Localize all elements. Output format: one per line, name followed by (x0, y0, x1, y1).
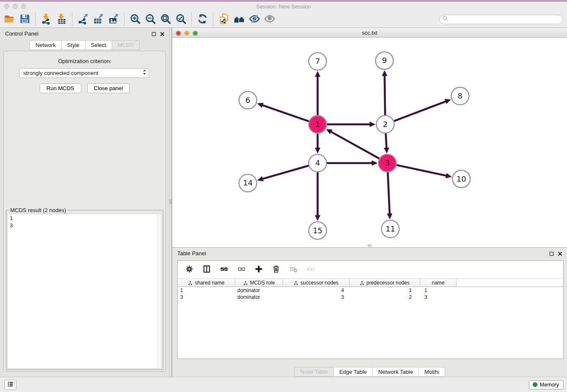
table-row[interactable]: 3dominator323 (178, 294, 563, 301)
network-graph[interactable]: 1234678910111415 (172, 38, 567, 247)
tab-mcds[interactable]: MCDS (112, 40, 140, 50)
edge-arrow-4-14 (257, 176, 264, 181)
tab-style[interactable]: Style (62, 40, 85, 50)
toolbar-groups (2, 12, 277, 27)
import-network-icon (41, 13, 52, 26)
export-network-button[interactable] (75, 12, 91, 27)
tab-network[interactable]: Network (30, 40, 62, 50)
cell-MCDS-role[interactable]: dominator (235, 287, 283, 293)
splitter-handle[interactable] (170, 199, 171, 204)
home-button[interactable] (231, 12, 247, 27)
gear-button[interactable] (184, 265, 194, 274)
task-list-icon (7, 381, 14, 389)
sitemap-icon (294, 281, 298, 285)
control-panel-header: Control Panel (0, 28, 169, 39)
column-header-name[interactable]: name (420, 279, 457, 287)
edge-3-11[interactable] (388, 172, 390, 215)
criterion-select[interactable]: strongly connected component (19, 68, 149, 78)
svg-text:f(x): f(x) (306, 266, 314, 271)
cell-successor-nodes[interactable]: 4 (283, 287, 350, 293)
close-panel-button[interactable]: Close panel (87, 83, 130, 93)
zoom-selected-icon (175, 13, 187, 26)
cell-shared-name[interactable]: 1 (178, 287, 235, 293)
copy-network-button[interactable] (216, 12, 231, 27)
search-box[interactable] (439, 15, 563, 24)
table-tab-node-table[interactable]: Node Table (294, 367, 334, 377)
window-title: Session: New Session (0, 3, 567, 10)
column-header-shared-name[interactable]: shared name (178, 279, 235, 287)
zoom-fit-button[interactable] (158, 12, 173, 27)
sitemap-icon (188, 281, 193, 285)
tab-select[interactable]: Select (85, 40, 112, 50)
edge-arrow-2-3 (384, 148, 389, 154)
control-panel-close-button[interactable] (160, 31, 165, 36)
edge-arrow-4-15 (315, 215, 320, 221)
show-all-button[interactable] (262, 12, 277, 27)
column-header-predecessor-nodes[interactable]: predecessor nodes (350, 279, 420, 287)
open-folder-button[interactable] (2, 12, 17, 27)
open-folder-icon (4, 13, 15, 26)
hide-selection-icon (249, 13, 260, 26)
run-mcds-button[interactable]: Run MCDS (40, 83, 81, 93)
toolbar-separator (124, 13, 124, 26)
cell-shared-name[interactable]: 3 (178, 294, 235, 300)
control-panel-title: Control Panel (5, 30, 39, 37)
table-tab-network-table[interactable]: Network Table (373, 367, 419, 377)
table-row[interactable]: 1dominator411 (178, 287, 563, 294)
edge-3-10[interactable] (396, 165, 447, 176)
task-history-button[interactable] (4, 380, 17, 390)
edge-arrow-2-9 (382, 70, 387, 76)
edge-4-14[interactable] (261, 166, 309, 179)
edge-3-1[interactable] (330, 131, 380, 159)
deselect-all-button[interactable] (237, 265, 246, 274)
column-header-MCDS-role[interactable]: MCDS role (235, 279, 283, 287)
cell-predecessor-nodes[interactable]: 2 (350, 294, 420, 300)
table-tabs: Node TableEdge TableNetwork TableMotifs (294, 367, 445, 377)
hide-selection-button[interactable] (247, 12, 262, 27)
table-tab-motifs[interactable]: Motifs (419, 367, 445, 377)
import-table-button[interactable] (54, 12, 69, 27)
select-all-button[interactable] (219, 265, 228, 274)
save-button[interactable] (17, 12, 32, 27)
cell-predecessor-nodes[interactable]: 1 (350, 287, 420, 293)
cell-MCDS-role[interactable]: dominator (235, 294, 283, 300)
cell-name[interactable]: 3 (420, 294, 457, 300)
refresh-button[interactable] (195, 12, 210, 27)
control-panel-float-button[interactable] (151, 31, 157, 36)
import-network-button[interactable] (39, 12, 54, 27)
copy-network-icon (218, 13, 230, 26)
optimization-criterion-label: Optimization criterion: (4, 58, 165, 64)
table-panel-close-button[interactable] (557, 251, 563, 256)
export-image-button[interactable] (106, 12, 121, 27)
zoom-fit-icon (160, 13, 171, 26)
home-icon (234, 13, 245, 26)
zoom-selected-button[interactable] (173, 12, 188, 27)
table-panel-float-button[interactable] (549, 251, 554, 256)
columns-button[interactable] (202, 265, 211, 274)
column-label: shared name (195, 280, 224, 286)
table-panel-title: Table Panel (177, 250, 206, 257)
export-table-button[interactable] (91, 12, 106, 27)
network-canvas[interactable]: 1234678910111415 (172, 38, 567, 247)
delete-button[interactable] (271, 265, 281, 274)
node-label-11: 11 (385, 224, 395, 233)
zoom-out-button[interactable] (143, 12, 158, 27)
zoom-in-button[interactable] (127, 12, 143, 27)
cell-name[interactable]: 1 (420, 287, 457, 293)
node-label-6: 6 (245, 96, 250, 105)
edge-2-3[interactable] (386, 133, 387, 149)
control-panel: Control Panel NetworkStyleSelectMCDS Opt… (0, 28, 169, 377)
search-input[interactable] (449, 16, 562, 23)
main-titlebar: Session: New Session (0, 2, 567, 11)
edge-1-6[interactable] (261, 105, 309, 121)
table-tab-edge-table[interactable]: Edge Table (334, 367, 373, 377)
column-header-successor-nodes[interactable]: successor nodes (283, 279, 350, 287)
cell-successor-nodes[interactable]: 3 (283, 294, 350, 300)
edge-2-8[interactable] (394, 101, 447, 121)
node-label-4: 4 (315, 158, 320, 167)
horizontal-splitter-handle[interactable] (368, 244, 372, 247)
add-column-button[interactable] (254, 265, 263, 274)
edge-2-9[interactable] (385, 75, 385, 116)
memory-button[interactable]: Memory (529, 380, 564, 389)
result-scrollbar[interactable] (157, 214, 162, 368)
